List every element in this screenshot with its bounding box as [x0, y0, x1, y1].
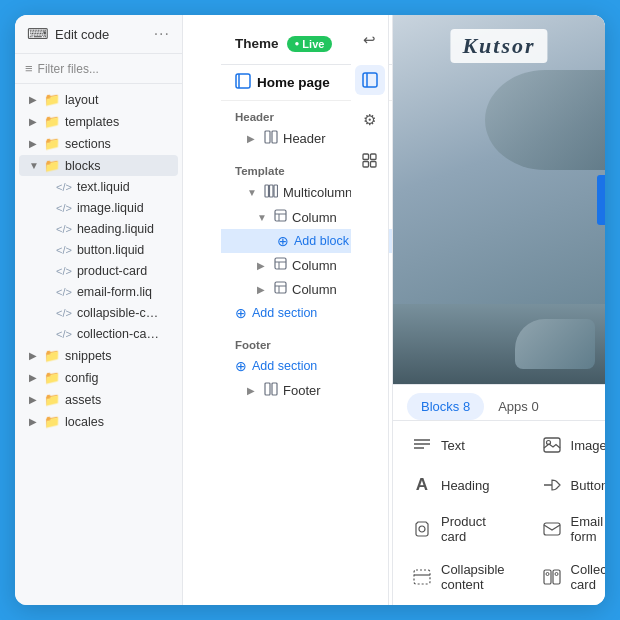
blocks-list: Text Image A Heading — [393, 421, 605, 605]
collection-card-icon — [541, 566, 563, 588]
block-item-image[interactable]: Image — [527, 426, 605, 464]
filter-bar[interactable]: ≡ Filter files... — [15, 54, 182, 84]
svg-rect-3 — [371, 154, 377, 160]
tree-node-label: Column — [292, 258, 337, 273]
plus-icon: ⊕ — [277, 233, 289, 249]
collapsible-icon — [411, 566, 433, 588]
block-item-heading[interactable]: A Heading — [397, 466, 519, 504]
code-file-icon: </> — [56, 202, 72, 214]
settings-nav-icon[interactable]: ⚙ — [355, 105, 385, 135]
plus-icon: ⊕ — [235, 305, 247, 321]
svg-rect-25 — [544, 523, 560, 535]
multicolumn-icon — [264, 130, 278, 147]
code-file-icon: </> — [56, 223, 72, 235]
tree-item-templates[interactable]: ▶ 📁 templates — [19, 111, 178, 132]
tree-label: assets — [65, 393, 101, 407]
block-label: Image — [571, 438, 605, 453]
block-label: Email form — [571, 514, 605, 544]
theme-navigator-panel: ↩ ⚙ Theme Live — [183, 15, 393, 605]
tree-item-layout[interactable]: ▶ 📁 layout — [19, 89, 178, 110]
svg-point-24 — [419, 526, 425, 532]
tree-label: locales — [65, 415, 104, 429]
svg-rect-16 — [265, 383, 270, 395]
tree-item-locales[interactable]: ▶ 📁 locales — [19, 411, 178, 432]
blocks-panel: Blocks 8 Apps 0 Text — [393, 384, 605, 605]
folder-icon: 📁 — [44, 392, 60, 407]
filter-icon: ≡ — [25, 61, 33, 76]
block-label: Heading — [441, 478, 489, 493]
block-item-button[interactable]: Button — [527, 466, 605, 504]
email-form-icon — [541, 518, 563, 540]
svg-rect-4 — [363, 161, 369, 167]
block-item-product-card[interactable]: Product card — [397, 506, 519, 552]
caret-icon: ▶ — [29, 350, 39, 361]
main-window: ⌨ Edit code ··· ≡ Filter files... ▶ 📁 la… — [15, 15, 605, 605]
tree-item-image-liquid[interactable]: </> image.liquid — [19, 198, 178, 218]
tree-node-label: Footer — [283, 383, 321, 398]
file-tree-panel: ⌨ Edit code ··· ≡ Filter files... ▶ 📁 la… — [15, 15, 183, 605]
page-title: Home page — [257, 75, 330, 90]
tree-item-email-form[interactable]: </> email-form.liq — [19, 282, 178, 302]
svg-rect-9 — [272, 131, 277, 143]
code-file-icon: </> — [56, 244, 72, 256]
tree-item-button-liquid[interactable]: </> button.liquid — [19, 240, 178, 260]
pages-nav-icon[interactable] — [355, 65, 385, 95]
svg-rect-11 — [270, 185, 274, 197]
blocks-tab[interactable]: Blocks 8 — [407, 393, 484, 420]
back-nav-icon[interactable]: ↩ — [355, 25, 385, 55]
nav-icons-sidebar: ↩ ⚙ — [351, 15, 389, 605]
svg-point-31 — [555, 573, 558, 576]
add-block-label: Add block — [294, 234, 349, 248]
code-file-icon: </> — [56, 328, 72, 340]
more-options-button[interactable]: ··· — [154, 25, 170, 43]
column-icon — [274, 281, 287, 297]
caret-down-icon: ▼ — [29, 160, 39, 171]
tree-item-text-liquid[interactable]: </> text.liquid — [19, 177, 178, 197]
tree-label: layout — [65, 93, 98, 107]
block-item-email-form[interactable]: Email form — [527, 506, 605, 552]
caret-icon: ▶ — [29, 372, 39, 383]
add-section-label: Add section — [252, 306, 317, 320]
tree-item-blocks[interactable]: ▼ 📁 blocks — [19, 155, 178, 176]
caret-icon: ▶ — [29, 416, 39, 427]
block-item-collection-card[interactable]: Collection card — [527, 554, 605, 600]
tree-item-sections[interactable]: ▶ 📁 sections — [19, 133, 178, 154]
tree-item-collection-card[interactable]: </> collection-ca… — [19, 324, 178, 344]
block-label: Collapsible content — [441, 562, 505, 592]
tree-label: collection-ca… — [77, 327, 159, 341]
tree-item-heading-liquid[interactable]: </> heading.liquid — [19, 219, 178, 239]
grid-nav-icon[interactable] — [355, 145, 385, 175]
tree-node-label: Column — [292, 282, 337, 297]
svg-rect-13 — [275, 210, 286, 221]
blocks-tabs: Blocks 8 Apps 0 — [393, 385, 605, 421]
live-badge: Live — [287, 36, 333, 52]
heading-block-icon: A — [411, 474, 433, 496]
block-item-text[interactable]: Text — [397, 426, 519, 464]
edit-code-label: Edit code — [55, 27, 109, 42]
tree-item-config[interactable]: ▶ 📁 config — [19, 367, 178, 388]
tree-label: collapsible-c… — [77, 306, 158, 320]
page-icon — [235, 73, 251, 92]
button-block-icon — [541, 474, 563, 496]
edit-code-bar: ⌨ Edit code ··· — [15, 15, 182, 54]
code-file-icon: </> — [56, 181, 72, 193]
block-item-collapsible[interactable]: Collapsible content — [397, 554, 519, 600]
tree-node-label: Multicolumn — [283, 185, 352, 200]
filter-placeholder: Filter files... — [38, 62, 99, 76]
tree-item-product-card[interactable]: </> product-card — [19, 261, 178, 281]
tree-node-label: Header — [283, 131, 326, 146]
folder-icon: 📁 — [44, 114, 60, 129]
svg-rect-14 — [275, 258, 286, 269]
caret-icon: ▶ — [29, 94, 39, 105]
tree-label: image.liquid — [77, 201, 144, 215]
tree-label: heading.liquid — [77, 222, 154, 236]
svg-rect-26 — [414, 570, 430, 584]
apps-tab[interactable]: Apps 0 — [484, 393, 552, 420]
tree-item-assets[interactable]: ▶ 📁 assets — [19, 389, 178, 410]
tree-item-snippets[interactable]: ▶ 📁 snippets — [19, 345, 178, 366]
folder-icon: 📁 — [44, 158, 60, 173]
tree-item-collapsible[interactable]: </> collapsible-c… — [19, 303, 178, 323]
block-label: Product card — [441, 514, 505, 544]
multicolumn-icon — [264, 184, 278, 201]
caret-icon: ▶ — [29, 138, 39, 149]
